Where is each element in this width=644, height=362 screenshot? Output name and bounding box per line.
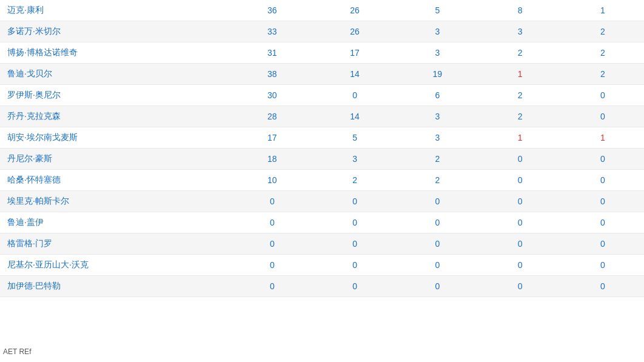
player-name: 乔丹·克拉克森 — [0, 106, 231, 127]
stat-col4: 2 — [478, 42, 561, 64]
stat-col2: 26 — [314, 21, 396, 42]
stat-col2: 0 — [314, 191, 396, 212]
table-row: 多诺万·米切尔3326332 — [0, 21, 644, 42]
stat-col1: 18 — [231, 149, 314, 170]
stat-col1: 0 — [231, 212, 314, 233]
stat-col1: 31 — [231, 42, 314, 64]
stat-col2: 0 — [314, 276, 396, 297]
stat-col4: 0 — [478, 233, 561, 255]
stat-col1: 33 — [231, 21, 314, 42]
stat-col4: 0 — [478, 276, 561, 297]
player-name: 丹尼尔·豪斯 — [0, 149, 231, 170]
stat-col1: 36 — [231, 0, 314, 21]
stat-col3: 0 — [396, 212, 478, 233]
stats-table: 迈克·康利3626581多诺万·米切尔3326332博扬·博格达诺维奇31173… — [0, 0, 644, 297]
stat-col3: 3 — [396, 42, 478, 64]
stat-col2: 0 — [314, 85, 396, 106]
stat-col5: 0 — [562, 255, 644, 276]
table-row: 迈克·康利3626581 — [0, 0, 644, 21]
player-name: 格雷格·门罗 — [0, 233, 231, 255]
stat-col4: 0 — [478, 170, 561, 191]
stat-col4: 0 — [478, 191, 561, 212]
stat-col1: 30 — [231, 85, 314, 106]
table-row: 丹尼尔·豪斯183200 — [0, 149, 644, 170]
stat-col3: 3 — [396, 21, 478, 42]
stat-col1: 0 — [231, 276, 314, 297]
stat-col3: 0 — [396, 276, 478, 297]
stat-col4: 2 — [478, 106, 561, 127]
player-name: 多诺万·米切尔 — [0, 21, 231, 42]
stat-col5: 1 — [562, 127, 644, 149]
stat-col1: 38 — [231, 64, 314, 85]
stat-col2: 0 — [314, 212, 396, 233]
player-name: 罗伊斯·奥尼尔 — [0, 85, 231, 106]
stat-col5: 0 — [562, 191, 644, 212]
player-name: 尼基尔·亚历山大·沃克 — [0, 255, 231, 276]
table-row: 乔丹·克拉克森2814320 — [0, 106, 644, 127]
stat-col5: 1 — [562, 0, 644, 21]
stat-col5: 2 — [562, 42, 644, 64]
player-name: 鲁迪·盖伊 — [0, 212, 231, 233]
stat-col3: 19 — [396, 64, 478, 85]
stat-col4: 0 — [478, 255, 561, 276]
stat-col5: 0 — [562, 85, 644, 106]
player-name: 埃里克·帕斯卡尔 — [0, 191, 231, 212]
table-row: 鲁迪·戈贝尔38141912 — [0, 64, 644, 85]
stat-col3: 0 — [396, 233, 478, 255]
stat-col5: 2 — [562, 21, 644, 42]
player-name: 博扬·博格达诺维奇 — [0, 42, 231, 64]
stat-col3: 2 — [396, 170, 478, 191]
stat-col3: 5 — [396, 0, 478, 21]
table-row: 罗伊斯·奥尼尔300620 — [0, 85, 644, 106]
table-row: 格雷格·门罗00000 — [0, 233, 644, 255]
stat-col5: 2 — [562, 64, 644, 85]
stat-col3: 0 — [396, 255, 478, 276]
stat-col3: 3 — [396, 127, 478, 149]
stat-col4: 0 — [478, 149, 561, 170]
stat-col4: 2 — [478, 85, 561, 106]
player-name: 胡安·埃尔南戈麦斯 — [0, 127, 231, 149]
stat-col1: 17 — [231, 127, 314, 149]
stat-col1: 10 — [231, 170, 314, 191]
stat-col4: 1 — [478, 127, 561, 149]
stat-col4: 1 — [478, 64, 561, 85]
player-name: 迈克·康利 — [0, 0, 231, 21]
stat-col4: 8 — [478, 0, 561, 21]
stat-col1: 0 — [231, 255, 314, 276]
stat-col2: 14 — [314, 106, 396, 127]
stat-col1: 0 — [231, 191, 314, 212]
player-name: 鲁迪·戈贝尔 — [0, 64, 231, 85]
player-name: 加伊德·巴特勒 — [0, 276, 231, 297]
stats-table-container: 迈克·康利3626581多诺万·米切尔3326332博扬·博格达诺维奇31173… — [0, 0, 644, 297]
stat-col2: 3 — [314, 149, 396, 170]
table-row: 胡安·埃尔南戈麦斯175311 — [0, 127, 644, 149]
stat-col5: 0 — [562, 233, 644, 255]
stat-col3: 0 — [396, 191, 478, 212]
stat-col1: 0 — [231, 233, 314, 255]
stat-col4: 3 — [478, 21, 561, 42]
bottom-label: AET REf — [3, 347, 31, 356]
stat-col1: 28 — [231, 106, 314, 127]
player-name: 哈桑·怀特塞德 — [0, 170, 231, 191]
stat-col5: 0 — [562, 276, 644, 297]
stat-col2: 0 — [314, 255, 396, 276]
stat-col2: 26 — [314, 0, 396, 21]
stat-col2: 5 — [314, 127, 396, 149]
stat-col5: 0 — [562, 212, 644, 233]
stat-col5: 0 — [562, 149, 644, 170]
table-row: 哈桑·怀特塞德102200 — [0, 170, 644, 191]
stat-col5: 0 — [562, 170, 644, 191]
table-row: 尼基尔·亚历山大·沃克00000 — [0, 255, 644, 276]
table-row: 鲁迪·盖伊00000 — [0, 212, 644, 233]
stat-col5: 0 — [562, 106, 644, 127]
table-row: 埃里克·帕斯卡尔00000 — [0, 191, 644, 212]
table-row: 加伊德·巴特勒00000 — [0, 276, 644, 297]
stat-col2: 14 — [314, 64, 396, 85]
stat-col2: 0 — [314, 233, 396, 255]
stat-col3: 2 — [396, 149, 478, 170]
stat-col3: 6 — [396, 85, 478, 106]
stat-col2: 2 — [314, 170, 396, 191]
stat-col4: 0 — [478, 212, 561, 233]
stat-col2: 17 — [314, 42, 396, 64]
stat-col3: 3 — [396, 106, 478, 127]
